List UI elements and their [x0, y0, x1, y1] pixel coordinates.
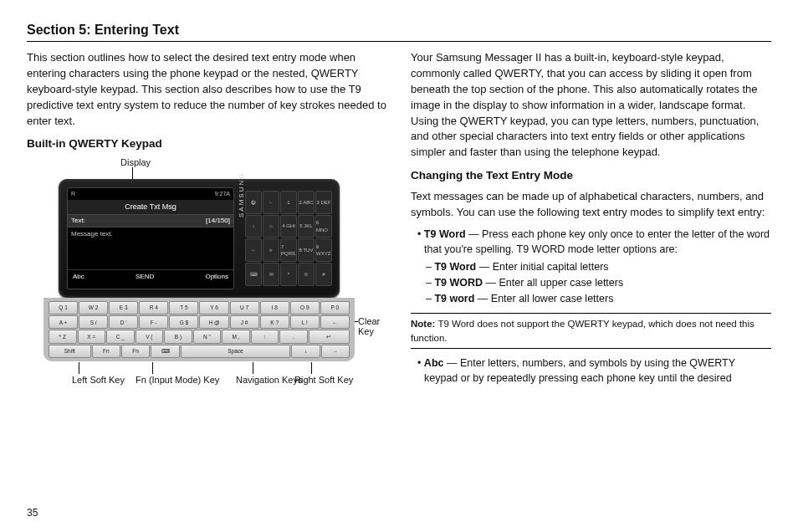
- mode-intro-paragraph: Text messages can be made up of alphabet…: [411, 189, 771, 221]
- qwerty-key: K ?: [260, 315, 289, 329]
- t9-sublist: – T9 Word — Enter initial capital letter…: [432, 259, 771, 306]
- label-right-soft-key: Right Soft Key: [294, 375, 353, 385]
- keyboard-row: Q 1W 2E 3R 4T 5Y 6U 7I 8O 9P 0: [49, 301, 350, 315]
- hard-key: ↔: [245, 238, 262, 262]
- sub-t9-upper: – T9 WORD — Enter all upper case letters: [432, 275, 771, 290]
- label-clear-key: Clear Key: [358, 316, 380, 336]
- qwerty-key: Shift: [49, 345, 91, 358]
- hard-key: #: [315, 263, 332, 286]
- screen-row-count: [14/150]: [206, 216, 230, 226]
- section-title: Section 5: Entering Text: [27, 20, 771, 39]
- qwerty-key: R 4: [139, 301, 168, 315]
- mode-bullet-list: • T9 Word — Press each phone key only on…: [411, 227, 771, 306]
- hard-key: ⌂: [263, 215, 279, 238]
- keyboard-row: ShiftFnFn⌨Space↓→: [49, 345, 350, 358]
- leader-leftsoft: [79, 362, 79, 374]
- qwerty-key: V (: [136, 330, 164, 343]
- hard-key: ↕: [245, 215, 262, 238]
- qwerty-key: C _: [106, 330, 135, 343]
- qwerty-key: O 9: [290, 301, 320, 315]
- note-block: Note: T9 Word does not support the QWERT…: [411, 313, 771, 349]
- qwerty-heading: Built-in QWERTY Keypad: [27, 136, 387, 152]
- keyboard-row: * ZX =C _V (B )N "M ,↑.↵: [49, 330, 350, 343]
- screen-softkeys: Abc SEND Options: [68, 269, 233, 284]
- qwerty-key: Y 6: [199, 301, 228, 315]
- hard-key: 6 MNO: [315, 215, 332, 238]
- bullet-t9word-text: — Press each phone key only once to ente…: [424, 228, 770, 255]
- qwerty-key: ↵: [309, 330, 350, 343]
- qwerty-key: J #: [230, 315, 259, 329]
- qwerty-key: D ': [109, 315, 138, 329]
- hard-key: 5 JKL: [298, 215, 315, 238]
- hard-key: *: [280, 263, 297, 286]
- bullet-abc-label: Abc: [424, 357, 444, 369]
- qwerty-key: A +: [49, 315, 78, 329]
- hard-key: ←: [263, 191, 279, 214]
- phone-screen: R 9:27A Create Txt Msg Text: [14/150] Me…: [67, 187, 234, 289]
- qwerty-key: Fn: [92, 345, 120, 358]
- phone-hard-keys: ⏻←12 ABC3 DEF↕⌂4 GHI5 JKL6 MNO↔⎆7 PQRS8 …: [245, 191, 332, 286]
- hard-key: ⏻: [245, 191, 262, 214]
- label-navigation-keys: Navigation Keys: [236, 375, 303, 385]
- leader-rightsoft: [311, 362, 312, 374]
- leader-fn: [152, 362, 153, 374]
- qwerty-key: L !: [290, 315, 320, 329]
- hard-key: ✉: [263, 263, 279, 286]
- qwerty-key: Space: [181, 345, 291, 358]
- qwerty-key: E 3: [109, 301, 138, 315]
- qwerty-key: H @: [199, 315, 228, 329]
- left-column: This section outlines how to select the …: [27, 50, 387, 400]
- sub-t9-lower: – T9 word — Enter all lower case letters: [432, 291, 771, 306]
- screen-text-row: Text: [14/150]: [68, 214, 233, 228]
- qwerty-key: S /: [79, 315, 108, 329]
- sub-t9-lower-label: T9 word: [434, 293, 474, 304]
- qwerty-key: →: [321, 345, 350, 358]
- qwerty-key: Fn: [121, 345, 150, 358]
- qwerty-key: B ): [164, 330, 192, 343]
- hard-key: ⌨: [245, 263, 262, 286]
- section-rule: [27, 41, 771, 42]
- sub-t9-lower-text: — Enter all lower case letters: [474, 293, 613, 304]
- hard-key: 2 ABC: [298, 191, 315, 214]
- note-text: T9 Word does not support the QWERTY keyp…: [411, 319, 755, 343]
- screen-title: Create Txt Msg: [68, 200, 233, 214]
- sub-t9-initial-label: T9 Word: [434, 261, 476, 273]
- changing-mode-heading: Changing the Text Entry Mode: [411, 167, 771, 184]
- hard-key: ⎆: [263, 238, 279, 262]
- hard-key: 0: [298, 263, 315, 286]
- leader-nav: [253, 362, 253, 374]
- hard-key: 3 DEF: [315, 191, 332, 214]
- page-number: 35: [27, 506, 38, 520]
- qwerty-key: .: [279, 330, 308, 343]
- qwerty-key: I 8: [260, 301, 289, 315]
- qwerty-key: W 2: [79, 301, 108, 315]
- qwerty-key: P 0: [320, 301, 350, 315]
- hard-key: 1: [280, 191, 297, 214]
- keyboard-row: A +S /D 'F -G $H @J #K ?L !←: [49, 315, 350, 329]
- sub-t9-upper-text: — Enter all upper case letters: [483, 277, 623, 289]
- qwerty-key: ←: [320, 315, 350, 329]
- right-intro-paragraph: Your Samsung Messager II has a built-in,…: [411, 50, 771, 161]
- qwerty-key: ↓: [291, 345, 320, 358]
- phone-body: R 9:27A Create Txt Msg Text: [14/150] Me…: [59, 179, 340, 298]
- intro-paragraph: This section outlines how to select the …: [27, 50, 387, 129]
- hard-key: 4 GHI: [280, 215, 297, 238]
- qwerty-key: N ": [193, 330, 222, 343]
- slide-out-qwerty-keyboard: Q 1W 2E 3R 4T 5Y 6U 7I 8O 9P 0A +S /D 'F…: [43, 298, 355, 361]
- hard-key: 7 PQRS: [280, 238, 297, 262]
- qwerty-key: T 5: [169, 301, 198, 315]
- sub-t9-initial-text: — Enter initial capital letters: [476, 261, 608, 273]
- mode-bullet-list-2: • Abc — Enter letters, numbers, and symb…: [411, 356, 771, 386]
- sub-t9-upper-label: T9 WORD: [434, 277, 483, 289]
- qwerty-key: ⌨: [151, 345, 179, 358]
- qwerty-key: F -: [139, 315, 168, 329]
- qwerty-key: U 7: [230, 301, 259, 315]
- hard-key: 8 TUV: [298, 238, 315, 262]
- status-right: 9:27A: [215, 190, 230, 198]
- qwerty-key: * Z: [49, 330, 77, 343]
- soft-left: Abc: [73, 272, 84, 282]
- two-column-layout: This section outlines how to select the …: [27, 50, 771, 400]
- soft-mid: SEND: [136, 272, 154, 282]
- right-column: Your Samsung Messager II has a built-in,…: [411, 50, 771, 400]
- soft-right: Options: [205, 272, 228, 282]
